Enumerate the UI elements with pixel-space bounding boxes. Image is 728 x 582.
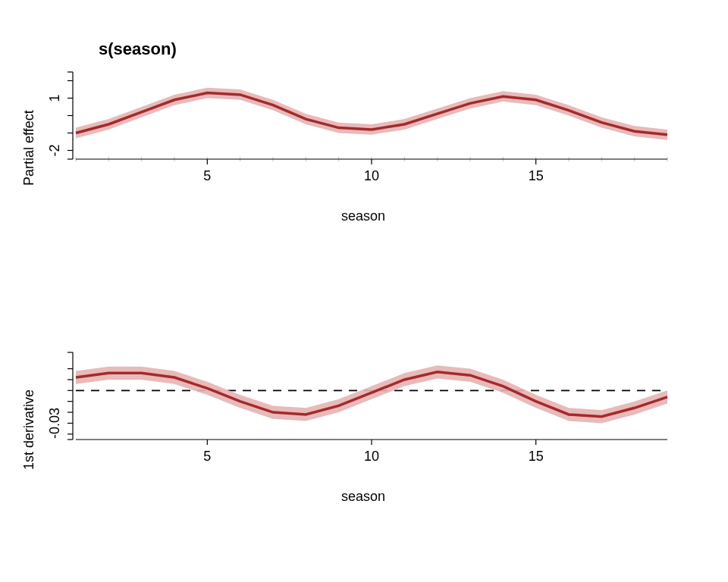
x-tick-10-bottom: 10: [364, 449, 379, 464]
y-ticks-bottom: [67, 352, 73, 440]
x-tick-15-bottom: 15: [529, 449, 544, 464]
y-tick-1-top: 1: [47, 94, 62, 102]
chart-svg-bottom: 5 10 15 -0.03: [0, 280, 728, 485]
chart-page: s(season) Partial effect: [0, 0, 728, 582]
x-tick-5-top: 5: [203, 168, 211, 183]
y-tick-minus003-bottom: -0.03: [47, 408, 62, 439]
x-tick-15-top: 15: [529, 168, 544, 183]
x-axis-label-bottom: season: [341, 489, 385, 505]
x-tick-10-top: 10: [364, 168, 379, 183]
y-tick-minus2-top: -2: [47, 144, 62, 156]
x-tick-5-bottom: 5: [203, 449, 211, 464]
y-ticks-top: [67, 72, 73, 159]
x-ticks-top: [207, 159, 535, 164]
chart-svg-top: 5 10 15 1 -2: [0, 0, 728, 205]
x-axis-label-top: season: [341, 208, 385, 224]
x-ticks-bottom: [207, 440, 535, 445]
